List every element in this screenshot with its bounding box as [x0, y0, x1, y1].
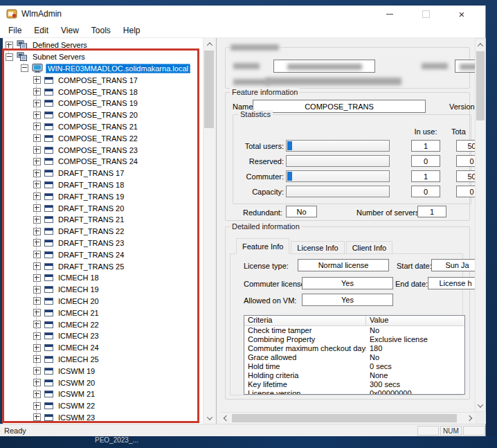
tab-license-info[interactable]: License Info: [291, 241, 344, 254]
tree-item-label[interactable]: ICMECH 20: [56, 296, 101, 306]
expand-toggle[interactable]: [33, 402, 41, 410]
expand-toggle[interactable]: [6, 53, 13, 61]
scrollbar-thumb[interactable]: [204, 51, 214, 128]
scroll-down-icon[interactable]: [204, 412, 215, 424]
expand-toggle[interactable]: [6, 42, 13, 49]
scrollbar-thumb[interactable]: [232, 414, 457, 422]
tree-item-label[interactable]: WIN-RE03MMADLOC.solidmakarna.local: [46, 64, 190, 73]
tree-item-label[interactable]: ICMECH 25: [56, 355, 101, 364]
expand-toggle[interactable]: [33, 309, 41, 316]
expand-toggle[interactable]: [33, 111, 41, 119]
menu-help[interactable]: Help: [123, 26, 141, 35]
scroll-left-icon[interactable]: [220, 413, 232, 424]
tree-item-label[interactable]: ICMECH 22: [56, 320, 101, 330]
expand-toggle[interactable]: [33, 192, 41, 200]
tree-item-label[interactable]: ICMECH 21: [56, 308, 101, 318]
group-title: Detailed information: [230, 222, 302, 231]
details-vertical-scrollbar[interactable]: [475, 38, 486, 412]
expand-toggle[interactable]: [33, 379, 41, 386]
expand-toggle[interactable]: [33, 274, 41, 282]
expand-toggle[interactable]: [21, 64, 28, 72]
tree-item-label[interactable]: DRAFT_TRANS 25: [56, 262, 126, 271]
tree-item-label[interactable]: Subnet Servers: [30, 52, 87, 62]
tree-item-label[interactable]: ICMECH 19: [56, 285, 101, 294]
expand-toggle[interactable]: [33, 321, 41, 328]
blurred-text: [287, 64, 362, 70]
taskbar-item[interactable]: PEO_2023_...: [95, 436, 138, 444]
expand-toggle[interactable]: [33, 216, 41, 224]
expand-toggle[interactable]: [33, 391, 41, 398]
expand-toggle[interactable]: [33, 158, 41, 165]
tree-item-label[interactable]: ICMECH 18: [56, 273, 101, 283]
minimize-icon[interactable]: [372, 6, 408, 23]
expand-toggle[interactable]: [33, 332, 41, 340]
scroll-right-icon[interactable]: [463, 413, 475, 424]
tree-item-label[interactable]: DRAFT_TRANS 24: [56, 250, 126, 260]
scroll-up-icon[interactable]: [475, 39, 486, 51]
menu-view[interactable]: View: [61, 26, 79, 35]
tab-feature-info[interactable]: Feature Info: [236, 238, 289, 254]
close-icon[interactable]: ×: [444, 6, 480, 23]
expand-toggle[interactable]: [33, 88, 41, 96]
expand-toggle[interactable]: [33, 239, 41, 247]
tree-item-label[interactable]: ICSWM 19: [56, 366, 97, 376]
details-horizontal-scrollbar[interactable]: [220, 412, 475, 424]
scroll-down-icon[interactable]: [475, 400, 486, 411]
tab-client-info[interactable]: Client Info: [346, 241, 393, 254]
expand-toggle[interactable]: [33, 355, 41, 363]
tree-item-label[interactable]: DRAFT_TRANS 17: [56, 168, 126, 178]
tree-item-label[interactable]: ICMECH 23: [56, 331, 101, 341]
tree-item-label[interactable]: COMPOSE_TRANS 22: [56, 134, 140, 143]
expand-toggle[interactable]: [33, 123, 41, 130]
stat-row-label: Total users:: [233, 142, 284, 150]
tree-item-label[interactable]: ICSWM 20: [56, 378, 97, 388]
maximize-icon[interactable]: [408, 6, 444, 23]
tree-item-label[interactable]: ICSWM 22: [56, 401, 97, 411]
expand-toggle[interactable]: [33, 367, 41, 375]
expand-toggle[interactable]: [33, 413, 41, 421]
expand-toggle[interactable]: [33, 297, 41, 305]
end-date-label: End date:: [395, 280, 428, 288]
expand-toggle[interactable]: [33, 286, 41, 294]
tree-item-label[interactable]: DRAFT_TRANS 21: [56, 215, 126, 224]
expand-toggle[interactable]: [33, 204, 41, 212]
tree-item-label[interactable]: DRAFT_TRANS 18: [56, 180, 126, 190]
expand-toggle[interactable]: [33, 76, 41, 84]
tree-item-label[interactable]: DRAFT_TRANS 22: [56, 226, 126, 236]
expand-toggle[interactable]: [33, 344, 41, 352]
tree-item-label[interactable]: COMPOSE_TRANS 19: [56, 98, 140, 108]
tree-item-label[interactable]: COMPOSE_TRANS 21: [56, 122, 140, 132]
tree-item-label[interactable]: DRAFT_TRANS 23: [56, 238, 126, 248]
tree-item-label[interactable]: DRAFT_TRANS 20: [56, 204, 126, 213]
menu-edit[interactable]: Edit: [34, 26, 48, 35]
tree-item-label[interactable]: COMPOSE_TRANS 18: [56, 87, 140, 97]
expand-toggle[interactable]: [33, 262, 41, 270]
tree-item-label[interactable]: ICMECH 24: [56, 343, 101, 352]
tree-item-label[interactable]: ICSWM 21: [56, 389, 97, 399]
version-label: Version: [449, 102, 475, 111]
tree-item-label[interactable]: COMPOSE_TRANS 20: [56, 110, 140, 120]
menu-tools[interactable]: Tools: [91, 26, 111, 35]
scroll-up-icon[interactable]: [204, 38, 215, 50]
tree-scrollbar[interactable]: [203, 38, 215, 424]
tree-item-label[interactable]: COMPOSE_TRANS 23: [56, 145, 140, 155]
expand-toggle[interactable]: [33, 100, 41, 107]
value-cell: 0 secs: [366, 362, 464, 371]
status-bar: Ready NUM: [0, 424, 485, 436]
tree-item-label[interactable]: Defined Servers: [30, 40, 89, 50]
expand-toggle[interactable]: [33, 228, 41, 235]
menu-file[interactable]: File: [8, 26, 21, 35]
tree-item-label[interactable]: ICSWM 23: [56, 413, 97, 422]
expand-toggle[interactable]: [33, 134, 41, 142]
expand-toggle[interactable]: [33, 181, 41, 188]
feature-icon: [44, 123, 53, 130]
tree-item-label[interactable]: DRAFT_TRANS 19: [56, 192, 126, 201]
value-header-cell: Value: [366, 316, 464, 325]
tree-item-label[interactable]: COMPOSE_TRANS 17: [56, 75, 140, 85]
expand-toggle[interactable]: [33, 251, 41, 258]
expand-toggle[interactable]: [33, 170, 41, 177]
tree-item-label[interactable]: COMPOSE_TRANS 24: [56, 156, 140, 166]
panel-splitter[interactable]: [216, 38, 217, 424]
expand-toggle[interactable]: [33, 146, 41, 154]
scrollbar-thumb[interactable]: [476, 51, 485, 120]
